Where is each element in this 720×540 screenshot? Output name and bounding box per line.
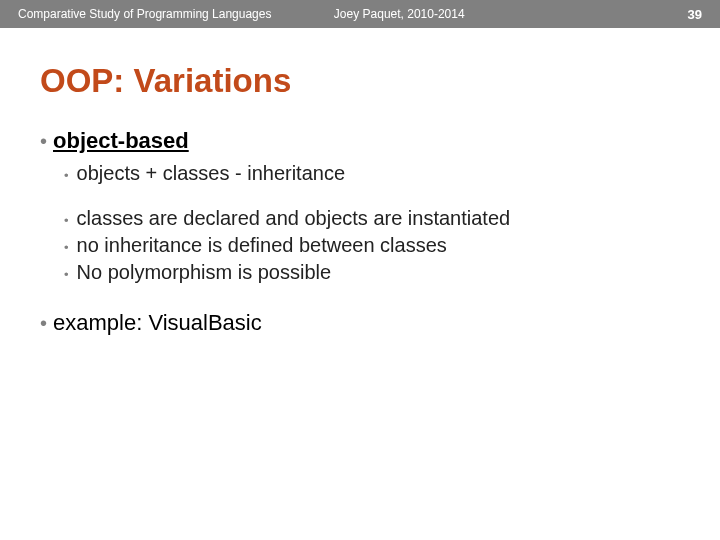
sub-bullet: • objects + classes - inheritance [64, 162, 720, 185]
slide-content: • object-based • objects + classes - inh… [40, 128, 720, 336]
bullet-dot-icon: • [64, 214, 69, 227]
sub-bullet-label: no inheritance is defined between classe… [77, 234, 447, 257]
bullet-dot-icon: • [64, 268, 69, 281]
author-credit: Joey Paquet, 2010-2014 [334, 7, 465, 21]
sub-bullet-label: objects + classes - inheritance [77, 162, 345, 185]
sub-bullet-label: No polymorphism is possible [77, 261, 332, 284]
sub-bullet: • classes are declared and objects are i… [64, 207, 720, 230]
bullet-example: • example: VisualBasic [40, 310, 720, 336]
sub-bullet: • no inheritance is defined between clas… [64, 234, 720, 257]
bullet-dot-icon: • [40, 131, 47, 151]
bullet-dot-icon: • [40, 313, 47, 333]
bullet-dot-icon: • [64, 169, 69, 182]
bullet-label: example: VisualBasic [53, 310, 262, 336]
bullet-label: object-based [53, 128, 189, 154]
sub-bullet: • No polymorphism is possible [64, 261, 720, 284]
sub-bullet-label: classes are declared and objects are ins… [77, 207, 511, 230]
course-title: Comparative Study of Programming Languag… [18, 7, 271, 21]
page-number: 39 [688, 7, 702, 22]
bullet-object-based: • object-based [40, 128, 720, 154]
slide-header: Comparative Study of Programming Languag… [0, 0, 720, 28]
bullet-dot-icon: • [64, 241, 69, 254]
slide-title: OOP: Variations [40, 62, 720, 100]
